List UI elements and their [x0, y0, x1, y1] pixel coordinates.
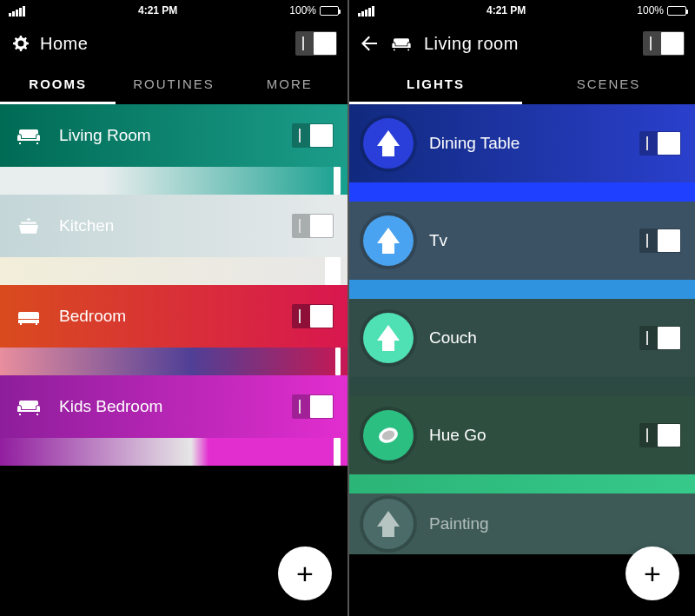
tab-rooms[interactable]: ROOMS	[0, 66, 116, 104]
battery-indicator: 100%	[289, 4, 339, 17]
signal-icon	[9, 4, 26, 17]
home-header: Home	[0, 21, 348, 66]
status-time: 4:21 PM	[26, 4, 289, 17]
brightness-slider[interactable]	[349, 474, 695, 493]
bulb-icon	[363, 118, 414, 169]
gear-icon[interactable]	[10, 34, 30, 53]
tab-scenes[interactable]: SCENES	[522, 66, 695, 104]
light-huego[interactable]: Hue Go	[349, 396, 695, 493]
status-time: 4:21 PM	[375, 4, 637, 17]
sofa-icon	[14, 397, 43, 416]
room-label: Living Room	[59, 126, 151, 145]
tab-lights[interactable]: LIGHTS	[349, 66, 522, 104]
room-kids[interactable]: Kids Bedroom	[0, 375, 348, 466]
brightness-slider[interactable]	[0, 348, 348, 375]
light-label: Dining Table	[429, 134, 520, 153]
brightness-slider[interactable]	[349, 280, 695, 299]
room-label: Kids Bedroom	[59, 397, 162, 416]
light-toggle[interactable]	[639, 131, 681, 156]
sofa-icon	[14, 126, 43, 145]
pot-icon	[14, 216, 43, 235]
home-pane: 4:21 PM 100% Home ROOMS ROUTINES MORE Li…	[0, 0, 348, 616]
bulb-icon	[363, 313, 414, 363]
room-bedroom[interactable]: Bedroom	[0, 285, 348, 375]
battery-icon	[667, 6, 686, 16]
bulb-icon	[363, 499, 414, 549]
room-living[interactable]: Living Room	[0, 104, 348, 195]
brightness-slider[interactable]	[0, 257, 348, 285]
battery-icon	[320, 6, 339, 16]
light-painting[interactable]: Painting	[349, 493, 695, 554]
room-label: Kitchen	[59, 216, 114, 235]
status-bar: 4:21 PM 100%	[349, 0, 695, 21]
lights-list: Dining Table Tv Couch Hue Go	[349, 104, 695, 616]
room-detail-pane: 4:21 PM 100% Living room LIGHTS SCENES D…	[348, 0, 695, 616]
sofa-icon	[389, 36, 414, 51]
bulb-icon	[363, 215, 414, 266]
light-label: Hue Go	[429, 426, 486, 445]
tab-more[interactable]: MORE	[232, 66, 348, 104]
room-kitchen[interactable]: Kitchen	[0, 195, 348, 285]
light-toggle[interactable]	[639, 423, 681, 447]
light-label: Painting	[429, 514, 489, 533]
light-dining[interactable]: Dining Table	[349, 104, 695, 202]
add-room-button[interactable]: +	[278, 546, 332, 600]
light-toggle[interactable]	[639, 326, 681, 350]
battery-pct: 100%	[289, 4, 316, 17]
brightness-slider[interactable]	[349, 377, 695, 396]
brightness-slider[interactable]	[0, 438, 348, 466]
room-toggle[interactable]	[292, 123, 334, 148]
light-label: Tv	[429, 231, 447, 250]
home-tabs: ROOMS ROUTINES MORE	[0, 66, 348, 104]
room-master-toggle[interactable]	[643, 31, 685, 56]
room-toggle[interactable]	[292, 304, 334, 328]
page-title: Living room	[424, 34, 632, 54]
disc-icon	[363, 410, 414, 460]
room-tabs: LIGHTS SCENES	[349, 66, 695, 104]
back-icon[interactable]	[360, 34, 379, 53]
master-toggle[interactable]	[295, 31, 337, 56]
brightness-slider[interactable]	[349, 182, 695, 202]
room-header: Living room	[349, 21, 695, 66]
brightness-slider[interactable]	[0, 167, 348, 195]
plus-icon: +	[644, 557, 661, 591]
light-toggle[interactable]	[639, 229, 681, 253]
room-label: Bedroom	[59, 307, 126, 326]
signal-icon	[358, 4, 375, 17]
light-couch[interactable]: Couch	[349, 299, 695, 396]
rooms-list: Living Room Kitchen Bedroom K	[0, 104, 348, 616]
battery-pct: 100%	[637, 4, 664, 17]
bed-icon	[14, 307, 43, 326]
add-light-button[interactable]: +	[626, 546, 679, 600]
tab-routines[interactable]: ROUTINES	[116, 66, 231, 104]
light-tv[interactable]: Tv	[349, 202, 695, 299]
battery-indicator: 100%	[637, 4, 686, 17]
plus-icon: +	[296, 557, 314, 591]
status-bar: 4:21 PM 100%	[0, 0, 348, 21]
page-title: Home	[40, 34, 285, 54]
light-label: Couch	[429, 328, 477, 348]
room-toggle[interactable]	[292, 214, 334, 238]
room-toggle[interactable]	[292, 394, 334, 419]
